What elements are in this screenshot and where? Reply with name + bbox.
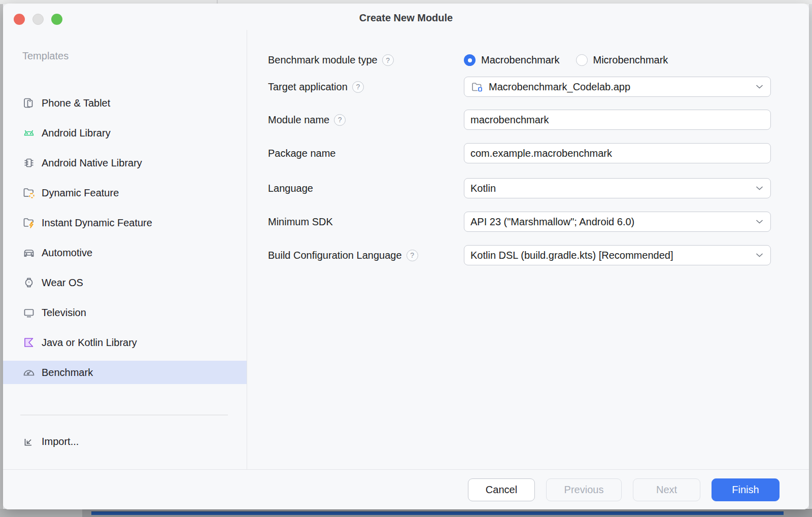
import-icon [22, 435, 36, 448]
module-form: Benchmark module type ? Macrobenchmark M… [247, 30, 809, 469]
previous-button: Previous [546, 478, 622, 501]
phone-tablet-icon [22, 96, 36, 110]
sidebar-item-label: Android Library [42, 127, 111, 139]
sidebar-item-label: Android Native Library [42, 157, 142, 169]
radio-microbenchmark[interactable]: Microbenchmark [576, 54, 668, 66]
sidebar-item-automotive[interactable]: Automotive [3, 241, 247, 264]
sidebar-item-label: Benchmark [42, 367, 93, 378]
build-config-language-value: Kotlin DSL (build.gradle.kts) [Recommend… [470, 250, 673, 261]
sidebar-item-import[interactable]: Import... [3, 430, 247, 453]
help-icon[interactable]: ? [352, 81, 364, 93]
radio-unselected-icon [576, 54, 588, 66]
radio-selected-icon [464, 54, 476, 66]
instant-dynamic-feature-folder-icon [22, 216, 36, 229]
finish-button[interactable]: Finish [712, 478, 780, 501]
form-row-package-name: Package name [268, 143, 809, 163]
package-name-input[interactable] [464, 143, 771, 163]
sidebar-item-instant-dynamic-feature[interactable]: Instant Dynamic Feature [3, 211, 247, 234]
form-row-language: Language Kotlin [268, 178, 809, 198]
build-config-language-select[interactable]: Kotlin DSL (build.gradle.kts) [Recommend… [464, 245, 771, 265]
templates-sidebar: Templates Phone & Tablet [3, 30, 247, 469]
sidebar-item-dynamic-feature[interactable]: Dynamic Feature [3, 181, 247, 204]
tv-icon [22, 306, 36, 319]
build-config-language-label: Build Configuration Language [268, 250, 402, 261]
dialog-footer: Cancel Previous Next Finish [3, 469, 809, 509]
sidebar-item-android-native-library[interactable]: Android Native Library [3, 151, 247, 175]
help-icon[interactable]: ? [382, 54, 394, 66]
dialog-title: Create New Module [3, 12, 809, 24]
chevron-down-icon [756, 85, 763, 89]
sidebar-item-wear-os[interactable]: Wear OS [3, 271, 247, 294]
minimum-sdk-label: Minimum SDK [268, 216, 333, 228]
sidebar-item-label: Automotive [42, 247, 92, 259]
module-name-input[interactable] [464, 110, 771, 130]
help-icon[interactable]: ? [334, 114, 346, 126]
kotlin-icon [22, 336, 36, 349]
cancel-button[interactable]: Cancel [468, 478, 535, 501]
chevron-down-icon [756, 186, 763, 191]
form-row-target-application: Target application ? Macrobenchmark_Code… [268, 77, 809, 97]
sidebar-item-label: Instant Dynamic Feature [42, 217, 152, 229]
benchmark-gauge-icon [22, 366, 36, 379]
minimum-sdk-select[interactable]: API 23 ("Marshmallow"; Android 6.0) [464, 212, 771, 232]
sidebar-item-label: Television [42, 307, 86, 319]
next-button: Next [633, 478, 700, 501]
target-application-select[interactable]: Macrobenchmark_Codelab.app [464, 77, 771, 97]
car-icon [22, 246, 36, 259]
language-label: Language [268, 183, 313, 194]
form-row-module-name: Module name ? [268, 110, 809, 130]
android-library-icon [22, 126, 36, 140]
language-value: Kotlin [470, 183, 496, 194]
module-type-label: Benchmark module type [268, 54, 378, 66]
sidebar-item-label: Phone & Tablet [42, 97, 110, 109]
background-window-bottom-edge [0, 509, 812, 517]
package-name-label: Package name [268, 148, 335, 159]
background-window-right-edge [809, 4, 812, 509]
create-new-module-dialog: Create New Module Templates Phone & Tabl… [3, 4, 809, 509]
help-icon[interactable]: ? [407, 250, 418, 261]
radio-label: Macrobenchmark [481, 54, 560, 66]
dynamic-feature-folder-icon [22, 186, 36, 199]
target-application-value: Macrobenchmark_Codelab.app [489, 81, 630, 93]
language-select[interactable]: Kotlin [464, 178, 771, 198]
module-folder-icon [470, 80, 484, 93]
form-row-build-config-language: Build Configuration Language ? Kotlin DS… [268, 245, 809, 265]
templates-header: Templates [3, 50, 247, 62]
form-row-minimum-sdk: Minimum SDK API 23 ("Marshmallow"; Andro… [268, 212, 809, 232]
dialog-titlebar: Create New Module [3, 4, 809, 30]
module-name-label: Module name [268, 114, 329, 126]
chevron-down-icon [756, 220, 763, 224]
chip-icon [22, 156, 36, 169]
sidebar-item-java-kotlin-library[interactable]: Java or Kotlin Library [3, 331, 247, 354]
sidebar-item-label: Java or Kotlin Library [42, 337, 137, 349]
sidebar-item-android-library[interactable]: Android Library [3, 121, 247, 145]
chevron-down-icon [756, 253, 763, 258]
target-application-label: Target application [268, 81, 348, 93]
sidebar-item-label: Wear OS [42, 277, 83, 289]
sidebar-item-phone-tablet[interactable]: Phone & Tablet [3, 91, 247, 115]
radio-label: Microbenchmark [593, 54, 668, 66]
sidebar-item-television[interactable]: Television [3, 301, 247, 324]
sidebar-item-label: Import... [42, 436, 79, 447]
radio-macrobenchmark[interactable]: Macrobenchmark [464, 54, 560, 66]
watch-icon [22, 276, 36, 289]
sidebar-item-benchmark[interactable]: Benchmark [3, 361, 247, 384]
form-row-module-type: Benchmark module type ? Macrobenchmark M… [268, 54, 809, 66]
sidebar-divider [20, 415, 228, 416]
sidebar-item-label: Dynamic Feature [42, 187, 119, 199]
minimum-sdk-value: API 23 ("Marshmallow"; Android 6.0) [470, 216, 634, 228]
background-editor-scrollbar [91, 511, 784, 515]
